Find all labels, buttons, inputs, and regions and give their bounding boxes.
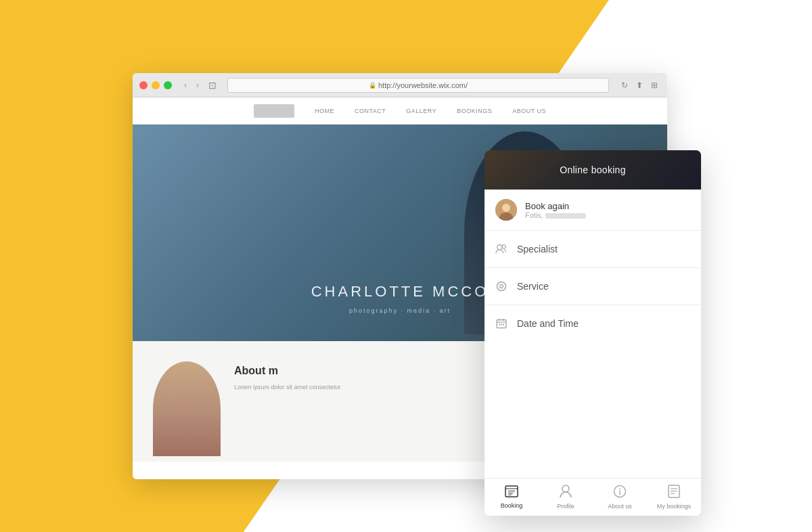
svg-point-6 <box>500 285 503 288</box>
datetime-label: Date and Time <box>517 318 579 329</box>
about-title: About m <box>234 365 341 377</box>
datetime-icon <box>495 317 508 330</box>
specialist-label: Specialist <box>517 244 558 254</box>
book-again-label: Book again <box>525 201 586 211</box>
nav-arrows: ‹ › <box>180 80 203 91</box>
sidebar-toggle[interactable]: ⊡ <box>207 80 218 91</box>
booking-panel: Online booking Book again Fotis, <box>484 150 701 516</box>
about-body: Lorem ipsum dolor sit amet consectetur <box>234 382 341 392</box>
lock-icon: 🔒 <box>369 82 376 89</box>
panel-body: Book again Fotis, Specialist <box>484 190 701 478</box>
website-logo <box>254 104 294 118</box>
address-bar[interactable]: 🔒 http://yourwebsite.wix.com/ <box>227 78 609 93</box>
maximize-button[interactable] <box>164 81 172 89</box>
panel-title: Online booking <box>560 164 626 175</box>
browser-actions: ↻ ⬆ ⊞ <box>618 79 660 91</box>
svg-rect-12 <box>501 324 502 326</box>
svg-point-19 <box>562 485 569 492</box>
footer-nav-mybookings[interactable]: My bookings <box>647 485 701 510</box>
profile-icon <box>560 485 572 502</box>
share-button[interactable]: ⬆ <box>633 79 646 91</box>
url-text: http://yourwebsite.wix.com/ <box>378 81 468 89</box>
svg-point-3 <box>497 245 502 250</box>
about-nav-label: About us <box>608 503 632 510</box>
website-nav: HOME CONTACT GALLERY BOOKINGS ABOUT US <box>133 97 667 125</box>
step-specialist[interactable]: Specialist <box>484 231 701 268</box>
refresh-button[interactable]: ↻ <box>618 79 631 91</box>
svg-point-5 <box>497 282 506 291</box>
about-icon <box>613 485 627 502</box>
svg-point-4 <box>502 245 505 248</box>
back-arrow[interactable]: ‹ <box>180 80 191 91</box>
nav-gallery[interactable]: GALLERY <box>406 108 436 114</box>
more-button[interactable]: ⊞ <box>648 79 660 91</box>
panel-footer: Booking Profile About us <box>484 478 701 516</box>
footer-nav-booking[interactable]: Booking <box>484 485 539 509</box>
specialist-icon <box>495 243 508 255</box>
hero-sub: photography · media · art <box>349 307 451 314</box>
footer-nav-about[interactable]: About us <box>593 485 647 510</box>
hero-text: CHARLOTTE McCO <box>311 283 489 301</box>
panel-header: Online booking <box>484 150 701 190</box>
svg-rect-11 <box>499 324 500 326</box>
book-again-text: Book again Fotis, <box>525 201 586 219</box>
service-icon <box>495 280 508 292</box>
step-datetime[interactable]: Date and Time <box>484 305 701 342</box>
user-avatar <box>495 199 517 221</box>
about-photo <box>153 361 221 456</box>
close-button[interactable] <box>139 81 148 89</box>
about-text-block: About m Lorem ipsum dolor sit amet conse… <box>234 361 341 392</box>
minimize-button[interactable] <box>152 81 160 89</box>
nav-home[interactable]: HOME <box>315 108 334 114</box>
svg-point-1 <box>502 204 510 212</box>
booking-icon <box>505 485 518 501</box>
nav-contact[interactable]: CONTACT <box>355 108 386 114</box>
service-label: Service <box>517 281 549 292</box>
nav-bookings[interactable]: BOOKINGS <box>457 108 492 114</box>
mybookings-nav-label: My bookings <box>657 503 692 510</box>
booking-nav-label: Booking <box>501 502 523 509</box>
profile-nav-label: Profile <box>557 503 574 510</box>
forward-arrow[interactable]: › <box>192 80 203 91</box>
nav-about[interactable]: ABOUT US <box>512 108 546 114</box>
book-again-row[interactable]: Book again Fotis, <box>484 190 701 231</box>
book-again-name: Fotis, <box>525 211 586 219</box>
svg-point-22 <box>619 489 621 490</box>
mybookings-icon <box>667 485 681 502</box>
browser-chrome: ‹ › ⊡ 🔒 http://yourwebsite.wix.com/ ↻ ⬆ … <box>133 73 667 97</box>
step-service[interactable]: Service <box>484 268 701 305</box>
svg-rect-13 <box>503 324 504 326</box>
footer-nav-profile[interactable]: Profile <box>539 485 593 510</box>
name-blur <box>545 213 586 219</box>
